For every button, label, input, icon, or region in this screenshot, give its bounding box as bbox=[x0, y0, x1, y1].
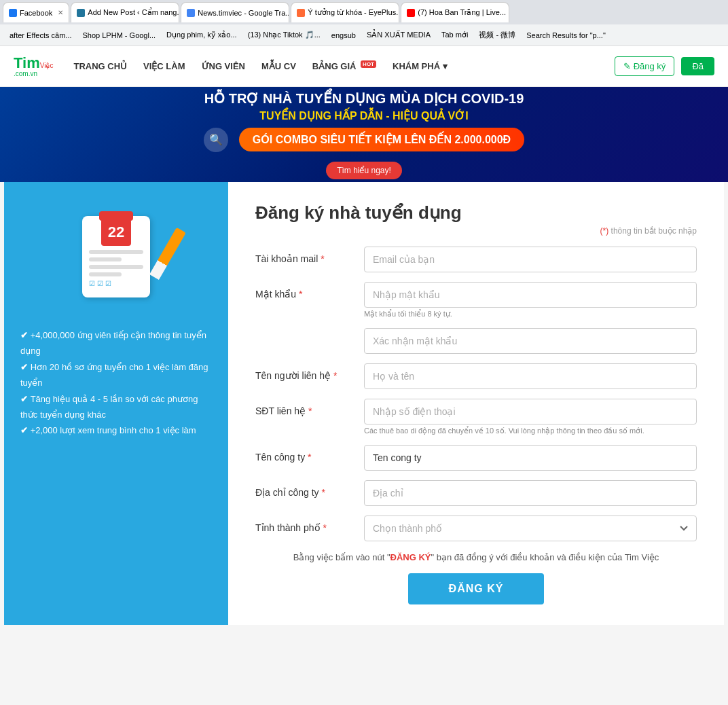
confirm-password-input[interactable] bbox=[364, 328, 697, 354]
youtube-icon bbox=[407, 9, 415, 17]
pencil-icon bbox=[149, 228, 186, 280]
address-group: Địa chỉ công ty * bbox=[255, 480, 697, 506]
bookmark-aftereffects[interactable]: after Effects câm... bbox=[5, 30, 76, 41]
site-header: TimViệc .com.vn TRANG CHỦ VIỆC LÀM ỨNG V… bbox=[0, 46, 728, 87]
tab-label: Add New Post ‹ Cẩm nang... bbox=[88, 8, 179, 17]
banner-content: HỖ TRỢ NHÀ TUYỂN DỤNG MÙA DỊCH COVID-19 … bbox=[204, 90, 524, 179]
password-input[interactable] bbox=[364, 282, 697, 308]
company-label: Tên công ty * bbox=[255, 445, 364, 463]
city-label: Tỉnh thành phố * bbox=[255, 516, 364, 533]
bookmark-label: Dụng phim, kỹ xảo... bbox=[166, 31, 237, 39]
phone-label: SĐT liên hệ * bbox=[255, 399, 364, 416]
address-label: Địa chỉ công ty * bbox=[255, 480, 364, 498]
address-field-container bbox=[364, 480, 697, 506]
bookmark-engsub[interactable]: engsub bbox=[327, 30, 360, 41]
tab-label: (7) Hoa Ban Trắng | Live... bbox=[418, 8, 506, 17]
feature-item: Hơn 20 hồ sơ ứng tuyển cho 1 việc làm đă… bbox=[20, 359, 212, 391]
chrome-icon bbox=[187, 9, 195, 17]
nav-maucv[interactable]: MẪU CV bbox=[261, 58, 296, 74]
right-panel: Đăng ký nhà tuyển dụng (*) thông tin bắt… bbox=[228, 182, 724, 625]
password-label: Mật khẩu * bbox=[255, 282, 364, 300]
company-name-input[interactable] bbox=[364, 445, 697, 471]
tab-label: Facebook bbox=[20, 9, 52, 17]
nav-menu: TRANG CHỦ VIỆC LÀM ỨNG VIÊN MẪU CV BẢNG … bbox=[73, 58, 615, 74]
banner-line1: HỖ TRỢ NHÀ TUYỂN DỤNG MÙA DỊCH COVID-19 bbox=[204, 90, 524, 107]
logo[interactable]: TimViệc .com.vn bbox=[14, 56, 53, 77]
nav-banggia[interactable]: BẢNG GIÁ HOT bbox=[312, 58, 376, 74]
tab-label: Ý tưởng từ khóa - EyePlus... bbox=[308, 8, 399, 17]
bookmark-label: Shop LPHM - Googl... bbox=[83, 31, 156, 39]
feature-item: +4,000,000 ứng viên tiếp cận thông tin t… bbox=[20, 327, 212, 359]
password-hint: Mật khẩu tối thiểu 8 ký tự. bbox=[364, 310, 697, 319]
contact-group: Tên người liên hệ * bbox=[255, 363, 697, 389]
tab-news[interactable]: News.timviec - Google Tra... ✕ bbox=[181, 2, 289, 22]
bookmark-label: Tab mới bbox=[441, 31, 468, 39]
address-input[interactable] bbox=[364, 480, 697, 506]
bookmarks-bar: after Effects câm... Shop LPHM - Googl..… bbox=[0, 24, 728, 46]
search-icon: 🔍 bbox=[204, 128, 228, 152]
terms-link[interactable]: ĐĂNG KÝ bbox=[390, 552, 431, 562]
bookmark-label: Search Results for "p..." bbox=[526, 31, 606, 39]
main-content: 22 ☑ ☑ ☑ +4,000,000 ứng viên tiếp cận th… bbox=[4, 182, 724, 625]
login-button[interactable]: Đă bbox=[681, 57, 714, 75]
header-actions: ✎ Đăng ký Đă bbox=[615, 56, 714, 76]
banner-line2: TUYỂN DỤNG HẤP DẪN - HIỆU QUẢ VỚI bbox=[204, 109, 524, 122]
nav-vieclam[interactable]: VIỆC LÀM bbox=[143, 58, 185, 74]
phone-field-container: Các thuê bao di động đã chuyển về 10 số.… bbox=[364, 399, 697, 435]
nav-khampha[interactable]: KHÁM PHÁ ▾ bbox=[393, 58, 448, 74]
terms-text: Bằng việc bấm vào nút "ĐĂNG KÝ" bạn đã đ… bbox=[255, 552, 697, 562]
submit-button[interactable]: ĐĂNG KÝ bbox=[408, 573, 544, 604]
company-group: Tên công ty * bbox=[255, 445, 697, 471]
email-group: Tài khoản mail * bbox=[255, 247, 697, 272]
features-list: +4,000,000 ứng viên tiếp cận thông tin t… bbox=[20, 327, 212, 439]
nav-trangchu[interactable]: TRANG CHỦ bbox=[73, 58, 127, 74]
city-field-container: Chọn thành phố Hà Nội Hồ Chí Minh Đà Nẵn… bbox=[364, 516, 697, 541]
clipboard-icon: 22 ☑ ☑ ☑ bbox=[82, 216, 150, 297]
browser-tabs: Facebook ✕ Add New Post ‹ Cẩm nang... ✕ … bbox=[0, 0, 728, 24]
email-field-container bbox=[364, 247, 697, 272]
bookmark-media[interactable]: SẢN XUẤT MEDIA bbox=[363, 29, 435, 41]
tab-facebook[interactable]: Facebook ✕ bbox=[3, 2, 69, 22]
city-group: Tỉnh thành phố * Chọn thành phố Hà Nội H… bbox=[255, 516, 697, 541]
bookmark-search[interactable]: Search Results for "p..." bbox=[522, 30, 610, 41]
bookmark-nhac[interactable]: (13) Nhạc Tiktok 🎵... bbox=[244, 29, 325, 41]
email-input[interactable] bbox=[364, 247, 697, 272]
hot-badge: HOT bbox=[361, 60, 376, 68]
tab-label: News.timviec - Google Tra... bbox=[198, 9, 289, 17]
bookmark-label: (13) Nhạc Tiktok 🎵... bbox=[248, 31, 321, 39]
eyeplus-icon bbox=[297, 9, 305, 17]
bookmark-label: engsub bbox=[331, 31, 356, 39]
bookmark-phim[interactable]: Dụng phim, kỹ xảo... bbox=[162, 29, 241, 41]
bookmark-label: SẢN XUẤT MEDIA bbox=[367, 31, 431, 39]
tab-addpost[interactable]: Add New Post ‹ Cẩm nang... ✕ bbox=[71, 2, 179, 22]
tab-close[interactable]: ✕ bbox=[58, 9, 63, 16]
bookmark-shop[interactable]: Shop LPHM - Googl... bbox=[79, 30, 160, 41]
bookmark-weibo[interactable]: 视频 - 微博 bbox=[475, 29, 520, 41]
left-panel: 22 ☑ ☑ ☑ +4,000,000 ứng viên tiếp cận th… bbox=[4, 182, 228, 625]
banner-combo[interactable]: GÓI COMBO SIÊU TIẾT KIỆM LÊN ĐẾN 2.000.0… bbox=[239, 128, 524, 151]
bookmark-label: 视频 - 微博 bbox=[479, 30, 515, 40]
phone-group: SĐT liên hệ * Các thuê bao di động đã ch… bbox=[255, 399, 697, 435]
illustration: 22 ☑ ☑ ☑ bbox=[62, 202, 170, 311]
wp-icon bbox=[77, 9, 85, 17]
banner: HỖ TRỢ NHÀ TUYỂN DỤNG MÙA DỊCH COVID-19 … bbox=[0, 87, 728, 182]
email-label: Tài khoản mail * bbox=[255, 247, 364, 264]
required-note: (*) thông tin bắt buộc nhập bbox=[255, 226, 697, 236]
city-select[interactable]: Chọn thành phố Hà Nội Hồ Chí Minh Đà Nẵn… bbox=[364, 516, 697, 541]
form-title: Đăng ký nhà tuyển dụng bbox=[255, 202, 697, 223]
register-button[interactable]: ✎ Đăng ký bbox=[615, 56, 674, 76]
feature-item: +2,000 lượt xem trung bình cho 1 việc là… bbox=[20, 422, 212, 438]
tab-youtube[interactable]: (7) Hoa Ban Trắng | Live... ✕ bbox=[401, 2, 509, 22]
company-field-container bbox=[364, 445, 697, 471]
facebook-icon bbox=[9, 9, 17, 17]
learn-more-button[interactable]: Tìm hiểu ngay! bbox=[326, 162, 402, 179]
tab-eyeplus[interactable]: Ý tưởng từ khóa - EyePlus... ✕ bbox=[291, 2, 399, 22]
bookmark-tabnew[interactable]: Tab mới bbox=[437, 29, 472, 41]
nav-ungvien[interactable]: ỨNG VIÊN bbox=[202, 58, 245, 74]
bookmark-label: after Effects câm... bbox=[10, 31, 72, 39]
phone-hint: Các thuê bao di động đã chuyển về 10 số.… bbox=[364, 427, 697, 435]
phone-input[interactable] bbox=[364, 399, 697, 424]
contact-name-input[interactable] bbox=[364, 363, 697, 389]
contact-label: Tên người liên hệ * bbox=[255, 363, 364, 381]
contact-field-container bbox=[364, 363, 697, 389]
